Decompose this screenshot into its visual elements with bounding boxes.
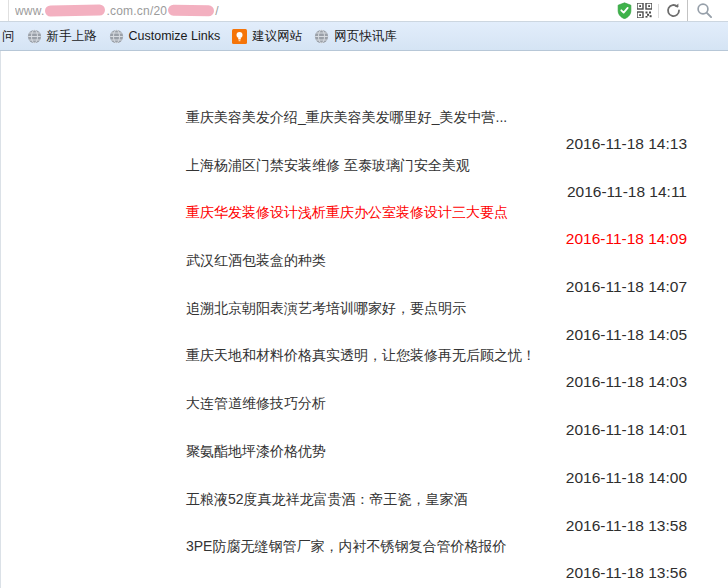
globe-icon: [109, 29, 124, 44]
favorites-item-truncated[interactable]: 问: [2, 28, 15, 45]
article-list: 重庆美容美发介绍_重庆美容美发哪里好_美发中营... 2016-11-18 14…: [0, 51, 728, 588]
address-bar: www..com.cn/20/: [0, 0, 728, 22]
article-row: 重庆美容美发介绍_重庆美容美发哪里好_美发中营... 2016-11-18 14…: [186, 107, 687, 155]
article-date: 2016-11-18 14:11: [186, 182, 687, 202]
lightbulb-icon: [232, 29, 247, 44]
article-row: 3PE防腐无缝钢管厂家，内衬不锈钢复合管价格报价 2016-11-18 13:5…: [186, 536, 687, 584]
globe-icon: [314, 29, 329, 44]
globe-icon: [27, 29, 42, 44]
article-row: 重庆天地和材料价格真实透明，让您装修再无后顾之忧！ 2016-11-18 14:…: [186, 345, 687, 393]
article-title-link[interactable]: 武汉红酒包装盒的种类: [186, 250, 687, 270]
favorites-bar: 问 新手上路 Customize Links 建议网站 网页快讯库: [0, 22, 728, 51]
article-row: 上海杨浦区门禁安装维修 至泰玻璃门安全美观 2016-11-18 14:11: [186, 155, 687, 203]
qr-code-icon[interactable]: [634, 1, 654, 21]
favorites-item-customize-links[interactable]: Customize Links: [109, 29, 221, 44]
article-title-link[interactable]: 重庆华发装修设计浅析重庆办公室装修设计三大要点: [186, 202, 687, 222]
url-field[interactable]: www..com.cn/20/: [8, 0, 687, 21]
article-date: 2016-11-18 14:07: [186, 277, 687, 297]
favorites-item-label: 建议网站: [252, 28, 302, 45]
url-redaction: [168, 5, 214, 17]
article-date: 2016-11-18 14:09: [186, 229, 687, 249]
article-title-link[interactable]: 大连管道维修技巧分析: [186, 393, 687, 413]
article-row: 大连管道维修技巧分析 2016-11-18 14:01: [186, 393, 687, 441]
article-row: 聚氨酯地坪漆价格优势 2016-11-18 14:00: [186, 441, 687, 489]
article-title-link[interactable]: 上海杨浦区门禁安装维修 至泰玻璃门安全美观: [186, 155, 687, 175]
search-box[interactable]: [687, 0, 728, 21]
article-row: 五粮液52度真龙祥龙富贵酒：帝王瓷，皇家酒 2016-11-18 13:58: [186, 489, 687, 537]
refresh-icon[interactable]: [663, 1, 683, 21]
article-title-link[interactable]: 五粮液52度真龙祥龙富贵酒：帝王瓷，皇家酒: [186, 489, 687, 509]
favorites-item-label: 网页快讯库: [334, 28, 397, 45]
article-date: 2016-11-18 13:56: [186, 563, 687, 583]
article-row: 重庆华发装修设计浅析重庆办公室装修设计三大要点 2016-11-18 14:09: [186, 202, 687, 250]
favorites-item-suggested-sites[interactable]: 建议网站: [232, 28, 302, 45]
article-date: 2016-11-18 13:58: [186, 516, 687, 536]
article-row: 武汉红酒包装盒的种类 2016-11-18 14:07: [186, 250, 687, 298]
favorites-item-label: 新手上路: [47, 28, 97, 45]
article-title-link[interactable]: 重庆天地和材料价格真实透明，让您装修再无后顾之忧！: [186, 345, 687, 365]
article-date: 2016-11-18 14:05: [186, 325, 687, 345]
article-date: 2016-11-18 14:00: [186, 468, 687, 488]
article-row: 追溯北京朝阳表演艺考培训哪家好，要点明示 2016-11-18 14:05: [186, 298, 687, 346]
favorites-item-label: Customize Links: [129, 29, 221, 43]
favorites-item-getting-started[interactable]: 新手上路: [27, 28, 97, 45]
security-shield-icon[interactable]: [614, 1, 634, 21]
article-date: 2016-11-18 14:13: [186, 134, 687, 154]
article-title-link[interactable]: 追溯北京朝阳表演艺考培训哪家好，要点明示: [186, 298, 687, 318]
url-text: www..com.cn/20/: [15, 4, 614, 18]
favorites-item-web-slices[interactable]: 网页快讯库: [314, 28, 397, 45]
article-title-link[interactable]: 聚氨酯地坪漆价格优势: [186, 441, 687, 461]
article-title-link[interactable]: 重庆美容美发介绍_重庆美容美发哪里好_美发中营...: [186, 107, 687, 127]
article-title-link[interactable]: 3PE防腐无缝钢管厂家，内衬不锈钢复合管价格报价: [186, 536, 687, 556]
favorites-item-label: 问: [2, 28, 15, 45]
article-date: 2016-11-18 14:01: [186, 420, 687, 440]
url-redaction: [45, 4, 105, 16]
toolbar-divider: [658, 4, 659, 18]
article-date: 2016-11-18 14:03: [186, 372, 687, 392]
search-icon: [694, 1, 714, 21]
